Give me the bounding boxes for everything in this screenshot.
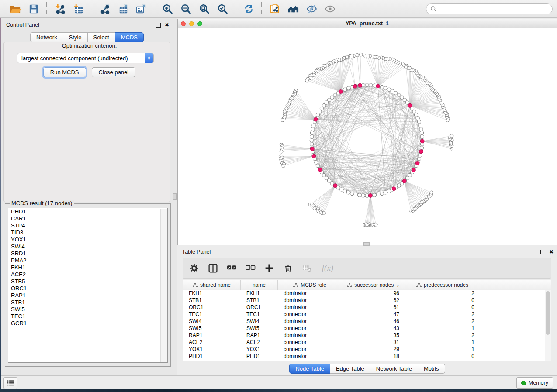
select-all-icon[interactable] — [226, 262, 237, 274]
mcds-result-item[interactable]: CAR1 — [8, 215, 167, 222]
close-icon[interactable]: ✖ — [165, 23, 169, 27]
memory-status-icon — [521, 381, 526, 385]
zoom-out-icon[interactable] — [179, 2, 192, 15]
network-window-title: YPA_prune.txt_1 — [178, 21, 557, 27]
close-panel-button[interactable]: Close panel — [92, 67, 136, 77]
deselect-all-icon[interactable] — [245, 262, 256, 274]
import-network-icon[interactable] — [53, 2, 66, 15]
column-header-name[interactable]: name — [241, 280, 278, 290]
zoom-in-icon[interactable] — [161, 2, 174, 15]
table-cell: 2 — [405, 290, 480, 297]
tab-motifs[interactable]: Motifs — [418, 364, 445, 374]
show-column-icon[interactable] — [207, 262, 218, 274]
tab-network-table[interactable]: Network Table — [370, 364, 418, 374]
column-header-successor-nodes[interactable]: successor nodes⌄ — [342, 280, 405, 290]
tab-network[interactable]: Network — [30, 32, 63, 42]
import-table-icon[interactable] — [72, 2, 85, 15]
export-image-icon[interactable] — [135, 2, 148, 15]
delete-icon[interactable] — [282, 262, 294, 274]
table-row[interactable]: YOX1YOX1connector291 — [183, 346, 551, 353]
toolbar-group — [4, 2, 45, 15]
network-window-titlebar[interactable]: YPA_prune.txt_1 — [178, 19, 557, 28]
panel-divider-handle[interactable] — [173, 193, 177, 200]
network-document-icon[interactable] — [268, 2, 281, 15]
mcds-result-item[interactable]: YOX1 — [8, 236, 167, 243]
table-cell: 18 — [342, 353, 405, 360]
gear-icon[interactable] — [188, 262, 200, 274]
mcds-result-item[interactable]: GCR1 — [8, 320, 167, 327]
table-panel-tabs: Node TableEdge TableNetwork TableMotifs — [177, 364, 557, 374]
show-all-icon[interactable] — [323, 2, 336, 15]
table-row[interactable]: FKH1FKH1dominator962 — [183, 290, 551, 297]
tab-style[interactable]: Style — [63, 32, 88, 42]
open-folder-icon[interactable] — [9, 2, 22, 15]
column-header-predecessor-nodes[interactable]: predecessor nodes — [405, 280, 480, 290]
table-cell: 0 — [405, 304, 480, 311]
tab-mcds[interactable]: MCDS — [115, 32, 144, 42]
list-scrollbar[interactable] — [160, 209, 167, 362]
task-list-icon — [7, 380, 14, 386]
tab-edge-table[interactable]: Edge Table — [330, 364, 370, 374]
export-network-icon[interactable] — [98, 2, 111, 15]
table-row[interactable]: SWI5SWI5connector431 — [183, 325, 551, 332]
table-row[interactable]: SWI4SWI4dominator462 — [183, 318, 551, 325]
node-table[interactable]: shared namenameMCDS rolesuccessor nodes⌄… — [183, 280, 551, 361]
memory-button[interactable]: Memory — [516, 377, 553, 389]
search-input[interactable] — [439, 5, 548, 13]
column-header-shared-name[interactable]: shared name — [183, 280, 241, 290]
node-table-header: shared namenameMCDS rolesuccessor nodes⌄… — [183, 280, 551, 290]
first-neighbors-icon[interactable] — [287, 2, 300, 15]
mcds-result-item[interactable]: SRD1 — [8, 250, 167, 257]
export-table-icon[interactable] — [116, 2, 129, 15]
table-cell: SWI5 — [183, 325, 241, 332]
mcds-result-item[interactable]: PHD1 — [8, 208, 167, 215]
float-icon[interactable] — [156, 23, 161, 28]
mcds-result-item[interactable]: SWI5 — [8, 306, 167, 313]
table-scrollbar-thumb[interactable] — [546, 291, 550, 335]
run-mcds-button[interactable]: Run MCDS — [43, 67, 86, 77]
apply-layout-icon[interactable] — [242, 2, 255, 15]
mcds-result-item[interactable]: RAP1 — [8, 292, 167, 299]
task-history-button[interactable] — [3, 377, 17, 389]
column-type-icon — [293, 283, 298, 288]
tab-select[interactable]: Select — [87, 32, 115, 42]
close-icon[interactable]: ✖ — [549, 250, 554, 254]
zoom-fit-icon[interactable] — [197, 2, 211, 15]
zoom-selected-icon[interactable] — [216, 2, 229, 15]
search-box[interactable] — [426, 3, 553, 14]
table-row[interactable]: TEC1TEC1connector472 — [183, 311, 551, 318]
mcds-result-list[interactable]: PHD1CAR1STP4TID3YOX1SWI4SRD1PMA2FKH1ACE2… — [8, 208, 168, 363]
save-session-icon[interactable] — [27, 2, 40, 15]
mcds-result-item[interactable]: ACE2 — [8, 271, 167, 278]
table-row[interactable]: ORC1ORC1dominator610 — [183, 304, 551, 311]
hide-selected-icon[interactable] — [305, 2, 318, 15]
table-scrollbar[interactable] — [545, 290, 551, 361]
table-cell: SWI4 — [241, 318, 278, 325]
mcds-result-item[interactable]: SWI4 — [8, 243, 167, 250]
table-row[interactable]: STB1STB1dominator620 — [183, 297, 551, 304]
mcds-result-title: MCDS result (17 nodes) — [10, 200, 74, 206]
mcds-result-item[interactable]: TEC1 — [8, 313, 167, 320]
mcds-result-item[interactable]: TID3 — [8, 229, 167, 236]
control-panel: Control Panel ✖ NetworkStyleSelectMCDS O… — [1, 18, 177, 375]
network-divider-handle[interactable] — [363, 242, 370, 246]
mcds-result-item[interactable]: STB1 — [8, 299, 167, 306]
table-panel: Table Panel ✖ f(x) shared namenameMCDS r… — [177, 247, 557, 375]
table-cell: RAP1 — [241, 332, 278, 339]
column-header-MCDS-role[interactable]: MCDS role — [278, 280, 342, 290]
mcds-result-item[interactable]: FKH1 — [8, 264, 167, 271]
mcds-result-item[interactable]: STB5 — [8, 278, 167, 285]
network-graph-canvas[interactable] — [178, 28, 557, 245]
mcds-result-item[interactable]: PMA2 — [8, 257, 167, 264]
mcds-result-item[interactable]: ORC1 — [8, 285, 167, 292]
float-icon[interactable] — [540, 250, 545, 254]
table-cell: SWI5 — [241, 325, 278, 332]
add-icon[interactable] — [263, 262, 275, 274]
tab-node-table[interactable]: Node Table — [289, 364, 330, 374]
mcds-result-item[interactable]: STP4 — [8, 222, 167, 229]
table-row[interactable]: RAP1RAP1dominator352 — [183, 332, 551, 339]
table-cell: dominator — [278, 297, 342, 304]
table-row[interactable]: ACE2ACE2connector311 — [183, 339, 551, 346]
table-row[interactable]: PHD1PHD1dominator180 — [183, 353, 551, 360]
optimization-criterion-select[interactable]: largest connected component (undirected)… — [17, 53, 154, 63]
